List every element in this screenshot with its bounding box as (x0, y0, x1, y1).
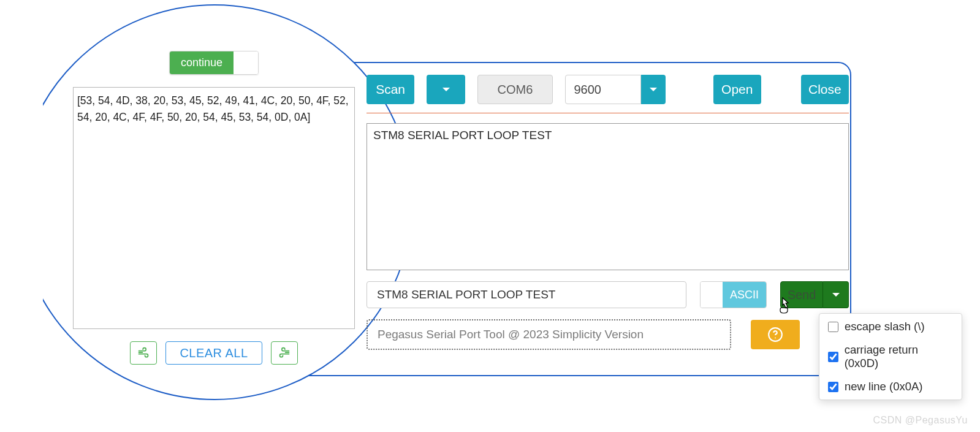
popup-carriage-return[interactable]: carriage return (0x0D) (819, 338, 962, 375)
banner-text: Pegasus Serial Port Tool @ 2023 Simplici… (367, 319, 731, 350)
popup-new-line[interactable]: new line (0x0A) (819, 375, 962, 398)
send-button[interactable]: Send (780, 281, 823, 308)
svg-point-2 (775, 338, 776, 339)
help-button[interactable] (751, 320, 800, 349)
left-bottom-row: CLEAR ALL (73, 341, 355, 365)
chevron-down-icon (650, 88, 657, 91)
popup-escape-slash[interactable]: escape slash (\) (819, 315, 962, 338)
format-toggle-ascii[interactable]: ASCII (723, 282, 766, 308)
left-panel: continue [53, 54, 4D, 38, 20, 53, 45, 52… (73, 51, 355, 365)
continue-button[interactable]: continue (170, 51, 234, 74)
scan-button[interactable]: Scan (367, 75, 414, 104)
wind-icon (137, 347, 150, 359)
wind-icon (278, 347, 291, 359)
chevron-down-icon (832, 293, 840, 297)
hex-output-box: [53, 54, 4D, 38, 20, 53, 45, 52, 49, 41,… (73, 87, 355, 329)
send-input[interactable] (367, 281, 686, 308)
footer-row: Pegasus Serial Port Tool @ 2023 Simplici… (367, 319, 849, 350)
format-toggle-left[interactable] (701, 282, 723, 308)
baud-dropdown-button[interactable] (641, 75, 666, 104)
continue-toggle-row: continue (73, 51, 355, 75)
checkbox-new-line[interactable] (828, 382, 838, 392)
scan-dropdown-button[interactable] (427, 75, 465, 104)
checkbox-escape-slash[interactable] (828, 322, 838, 332)
wind-right-icon-button[interactable] (271, 341, 298, 365)
send-options-popup: escape slash (\) carriage return (0x0D) … (819, 313, 962, 400)
wind-left-icon-button[interactable] (130, 341, 157, 365)
right-panel: Scan COM6 Open Close STM8 SERIAL PORT LO… (367, 75, 849, 350)
continue-toggle[interactable]: continue (169, 51, 259, 75)
help-icon (767, 327, 783, 343)
send-split-button[interactable]: Send (780, 281, 849, 308)
continue-toggle-empty[interactable] (234, 51, 258, 74)
send-dropdown-button[interactable] (823, 281, 849, 308)
open-button[interactable]: Open (713, 75, 761, 104)
popup-label: escape slash (\) (845, 320, 925, 333)
baud-select[interactable] (565, 75, 666, 104)
port-display: COM6 (477, 75, 552, 104)
chevron-down-icon (443, 88, 450, 91)
receive-output: STM8 SERIAL PORT LOOP TEST (367, 123, 849, 270)
popup-label: carriage return (0x0D) (845, 343, 953, 370)
popup-label: new line (0x0A) (845, 380, 923, 393)
baud-input[interactable] (565, 75, 641, 104)
serial-toolbar: Scan COM6 Open Close (367, 75, 849, 113)
clear-all-button[interactable]: CLEAR ALL (165, 341, 262, 365)
format-toggle[interactable]: ASCII (700, 281, 767, 308)
send-row: ASCII Send (367, 281, 849, 308)
checkbox-carriage-return[interactable] (828, 352, 838, 362)
watermark: CSDN @PegasusYu (873, 415, 968, 426)
close-button[interactable]: Close (801, 75, 849, 104)
